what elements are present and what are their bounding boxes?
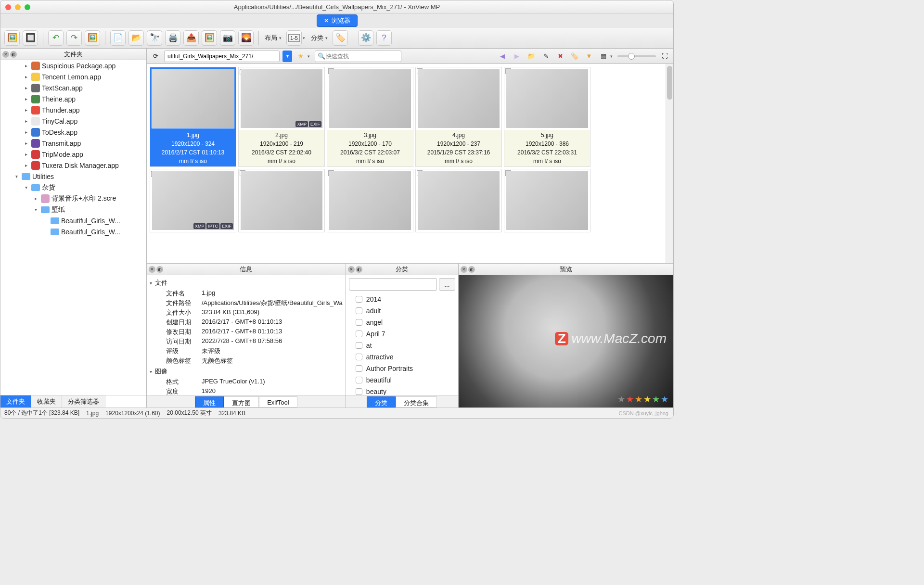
disclosure-arrow-icon[interactable]: ▸ — [23, 129, 29, 135]
disclosure-arrow-icon[interactable]: ▸ — [23, 85, 29, 90]
thumbnail[interactable]: ☆XMPIPTCEXIF — [150, 169, 236, 232]
delete-button[interactable]: ✖ — [554, 51, 566, 62]
category-checkbox[interactable] — [356, 342, 362, 349]
tree-item[interactable]: ▸Theine.app — [0, 93, 146, 104]
info-section-header[interactable]: ▾图像 — [150, 367, 343, 376]
thumbnail-size-button[interactable]: 1-5 — [286, 30, 302, 46]
category-checkbox[interactable] — [356, 319, 362, 326]
category-item[interactable]: Author Portraits — [349, 363, 455, 374]
path-dropdown[interactable]: ▾ — [282, 51, 292, 62]
view-image-button[interactable]: 🔲 — [23, 30, 38, 46]
tree-item[interactable]: ▸TextScan.app — [0, 82, 146, 93]
category-item[interactable]: angel — [349, 317, 455, 328]
chevron-down-icon[interactable]: ▾ — [308, 54, 310, 59]
settings-button[interactable]: ⚙️ — [358, 30, 373, 46]
rating-star-2[interactable]: ★ — [635, 394, 642, 405]
category-item[interactable]: beauty — [349, 386, 455, 395]
thumbnail[interactable]: ☆XMPEXIF2.jpg1920x1200 - 2192016/3/2 CST… — [238, 67, 325, 167]
chevron-down-icon[interactable]: ▾ — [303, 36, 305, 40]
tab-histogram[interactable]: 直方图 — [224, 396, 259, 407]
tree-item[interactable]: ▾壁纸 — [0, 204, 146, 215]
panel-collapse-icon[interactable]: ◐ — [468, 266, 475, 273]
zoom-window-button[interactable] — [25, 4, 30, 10]
category-item[interactable]: 2014 — [349, 293, 455, 305]
close-window-button[interactable] — [5, 4, 11, 10]
tree-item[interactable]: ▸TinyCal.app — [0, 115, 146, 127]
thumbnail[interactable]: 5.jpg1920x1200 - 3862016/3/2 CST 22:03:3… — [504, 67, 590, 167]
thumbnail[interactable] — [504, 169, 590, 232]
thumbnail[interactable]: 3.jpg1920x1200 - 1702016/3/2 CST 22:03:0… — [327, 67, 413, 167]
tree-item[interactable]: ▸Thunder.app — [0, 104, 146, 115]
forward-button[interactable]: ▶ — [511, 51, 523, 62]
panel-collapse-icon[interactable]: ◐ — [156, 266, 163, 273]
tab-properties[interactable]: 属性 — [195, 396, 224, 407]
thumbnail[interactable] — [415, 169, 502, 232]
convert-button[interactable]: 🖼️ — [202, 30, 217, 46]
disclosure-arrow-icon[interactable]: ▸ — [23, 96, 29, 102]
edit-button[interactable]: 🌄 — [238, 30, 254, 46]
thumbnail[interactable] — [238, 169, 325, 232]
browser-tab[interactable]: ✕ 浏览器 — [317, 14, 358, 27]
rating-star-4[interactable]: ★ — [652, 394, 660, 405]
category-checkbox[interactable] — [356, 307, 362, 314]
disclosure-arrow-icon[interactable]: ▸ — [23, 140, 29, 146]
quick-search-input[interactable] — [315, 51, 401, 62]
tree-item[interactable]: ▸背景音乐+水印 2.scre — [0, 193, 146, 204]
disclosure-arrow-icon[interactable]: ▸ — [23, 74, 29, 79]
tab-categories[interactable]: 分类 — [367, 396, 396, 407]
rating-stars[interactable]: ★★★★★★ — [617, 394, 668, 405]
rotate-button[interactable]: 🖼️ — [85, 30, 100, 46]
thumbnail-size-slider[interactable] — [617, 55, 656, 57]
category-checkbox[interactable] — [356, 354, 362, 360]
path-input[interactable] — [164, 51, 280, 62]
rating-star-0[interactable]: ★ — [617, 394, 625, 405]
redo-button[interactable]: ↷ — [66, 30, 82, 46]
disclosure-arrow-icon[interactable]: ▸ — [23, 152, 29, 157]
disclosure-arrow-icon[interactable]: ▸ — [23, 118, 29, 124]
minimize-window-button[interactable] — [15, 4, 21, 10]
refresh-button[interactable]: ⟳ — [150, 51, 161, 62]
panel-collapse-icon[interactable]: ◐ — [356, 266, 362, 273]
disclosure-arrow-icon[interactable]: ▾ — [23, 185, 29, 190]
tab-category-filter[interactable]: 分类筛选器 — [62, 395, 105, 407]
tree-item[interactable]: ▸Suspicious Package.app — [0, 60, 146, 71]
category-checkbox[interactable] — [356, 296, 362, 303]
tree-item[interactable]: Beautiful_Girls_W... — [0, 226, 146, 237]
tree-item[interactable]: ▸TripMode.app — [0, 149, 146, 160]
category-item[interactable]: adult — [349, 305, 455, 317]
new-folder-button[interactable]: 📁 — [526, 51, 537, 62]
help-button[interactable]: ? — [376, 30, 392, 46]
thumbnail[interactable]: 1.jpg1920x1200 - 3242016/2/17 CST 01:10:… — [150, 67, 236, 167]
category-checkbox[interactable] — [356, 331, 362, 337]
tab-exiftool[interactable]: ExifTool — [259, 396, 297, 407]
disclosure-arrow-icon[interactable]: ▸ — [23, 107, 29, 113]
back-button[interactable]: ◀ — [497, 51, 508, 62]
export-button[interactable]: 📤 — [183, 30, 199, 46]
thumbnail[interactable]: 4.jpg1920x1200 - 2372015/1/29 CST 23:37:… — [415, 67, 502, 167]
category-checkbox[interactable] — [356, 365, 362, 372]
search-button[interactable]: 🔭 — [147, 30, 162, 46]
tag-button[interactable]: 🏷️ — [333, 30, 348, 46]
tab-folders[interactable]: 文件夹 — [0, 395, 31, 407]
tree-item[interactable]: ▸Transmit.app — [0, 138, 146, 149]
vertical-scrollbar[interactable] — [666, 64, 673, 263]
rating-star-3[interactable]: ★ — [643, 394, 651, 405]
tree-item[interactable]: ▸ToDesk.app — [0, 127, 146, 138]
tag-apply-button[interactable]: 🏷️ — [569, 51, 580, 62]
panel-close-icon[interactable]: ✕ — [348, 266, 355, 273]
category-checkbox[interactable] — [356, 377, 362, 383]
panel-collapse-icon[interactable]: ◐ — [10, 51, 17, 58]
folder-tree[interactable]: ▸Suspicious Package.app▸Tencent Lemon.ap… — [0, 60, 146, 395]
disclosure-arrow-icon[interactable]: ▾ — [32, 207, 39, 212]
tree-item[interactable]: ▾杂货 — [0, 182, 146, 193]
copy-button[interactable]: 📄 — [110, 30, 126, 46]
chevron-down-icon[interactable]: ▾ — [279, 36, 282, 40]
tree-item[interactable]: ▾Utilities — [0, 171, 146, 182]
category-checkbox[interactable] — [356, 388, 362, 395]
disclosure-arrow-icon[interactable]: ▸ — [23, 163, 29, 168]
preview-image-area[interactable]: Zwww.MacZ.com ★★★★★★ — [459, 275, 673, 407]
maximize-view-button[interactable]: ⛶ — [659, 51, 670, 62]
undo-button[interactable]: ↶ — [48, 30, 64, 46]
print-button[interactable]: 🖨️ — [165, 30, 180, 46]
disclosure-arrow-icon[interactable]: ▾ — [13, 174, 20, 179]
